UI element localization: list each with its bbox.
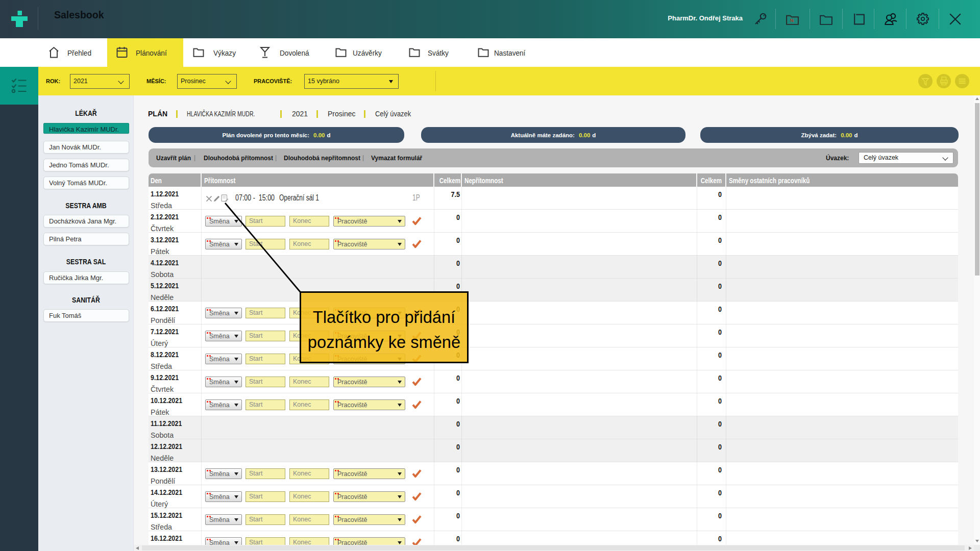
svg-text:N: N (790, 18, 794, 23)
